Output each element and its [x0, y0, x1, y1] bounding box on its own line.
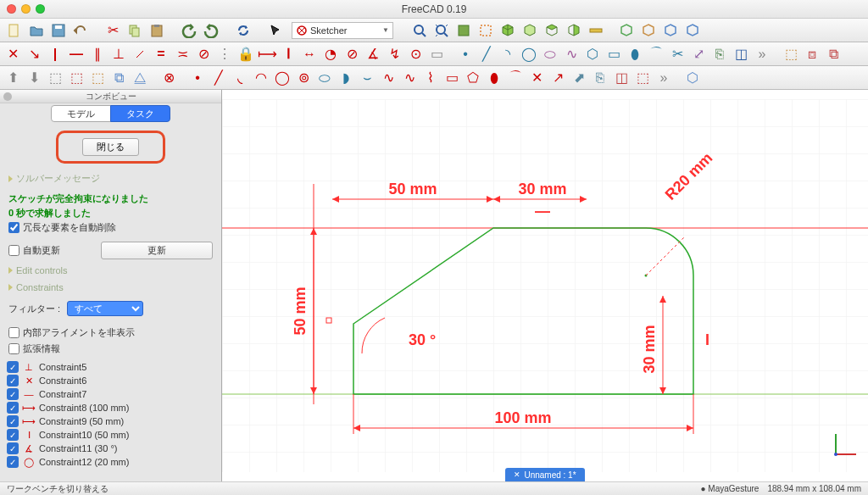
dim-top1[interactable]: 50 mm [388, 181, 437, 197]
constraint-row[interactable]: ✓—Constraint7 [5, 387, 216, 401]
geo-point-icon[interactable]: • [456, 45, 475, 64]
cr-toggle-icon[interactable]: ◫ [612, 69, 631, 87]
part-cyl-icon[interactable] [639, 21, 658, 40]
checkbox-icon[interactable]: ✓ [7, 402, 19, 414]
constraints-section[interactable]: Constraints [0, 279, 221, 296]
part-sphere-icon[interactable] [661, 21, 680, 40]
val-sketch-icon[interactable]: ⬚ [88, 69, 107, 87]
view-front-icon[interactable] [520, 21, 539, 40]
auto-update-check[interactable]: 自動更新 [8, 242, 60, 259]
cr-ellarc-icon[interactable]: ◗ [337, 69, 355, 87]
undo-icon[interactable] [71, 21, 90, 40]
angle-icon[interactable]: ∡ [364, 45, 382, 64]
internal-icon[interactable]: ⊙ [406, 45, 425, 64]
cr-fillet-icon[interactable]: ⌒ [506, 69, 525, 87]
dist-icon[interactable]: ↔ [300, 45, 319, 64]
sel-constr-icon[interactable]: ⧈ [803, 45, 821, 64]
constraint-row[interactable]: ✓✕Constraint6 [5, 374, 216, 387]
mirror-icon[interactable]: ⧋ [131, 69, 149, 87]
merge-icon[interactable]: ⧉ [109, 69, 128, 87]
draw-style-icon[interactable] [454, 21, 473, 40]
doc-close-icon[interactable]: ✕ [514, 470, 520, 479]
copy-icon[interactable] [125, 21, 144, 40]
lock-icon[interactable]: 🔒 [236, 45, 255, 64]
tab-model[interactable]: モデル [51, 105, 111, 122]
cut-icon[interactable]: ✂ [103, 21, 122, 40]
parallel-icon[interactable]: ∥ [88, 45, 107, 64]
diam-icon[interactable]: ⊘ [342, 45, 361, 64]
geo-rect-icon[interactable]: ▭ [604, 45, 623, 64]
close-button[interactable]: 閉じる [82, 138, 139, 156]
cursor-icon[interactable] [266, 21, 285, 40]
stop-icon[interactable]: ⊗ [159, 69, 178, 87]
cr-ellipse-icon[interactable]: ⬭ [315, 69, 334, 87]
update-button[interactable]: 更新 [101, 242, 213, 259]
cr-hyp-icon[interactable]: ⌣ [358, 69, 376, 87]
cr-rect-icon[interactable]: ▭ [442, 69, 461, 87]
distx-icon[interactable]: ⟼ [258, 45, 276, 64]
dim-left[interactable]: 50 mm [292, 286, 309, 335]
checkbox-icon[interactable]: ✓ [7, 375, 19, 387]
virtual-space-icon[interactable]: ⬚ [782, 45, 800, 64]
block-icon[interactable]: ⊘ [194, 45, 213, 64]
cr-poly-icon[interactable]: ⬠ [464, 69, 482, 87]
perpendicular-icon[interactable]: ⊥ [109, 45, 128, 64]
horizontal-icon[interactable]: — [67, 45, 86, 64]
ext-info-check[interactable]: 拡張情報 [8, 341, 213, 357]
view-top-icon[interactable] [542, 21, 561, 40]
geo-fillet-icon[interactable]: ⌒ [647, 45, 665, 64]
dim-right[interactable]: 30 mm [641, 325, 658, 373]
geo-circle-icon[interactable]: ◯ [520, 45, 538, 64]
toggle-ref-icon[interactable]: ▭ [427, 45, 446, 64]
geo-line-icon[interactable]: ╱ [477, 45, 496, 64]
cr-circle-icon[interactable]: ◯ [273, 69, 292, 87]
constraint-row[interactable]: ✓∡Constraint11 (30 °) [5, 442, 216, 455]
new-file-icon[interactable] [5, 21, 24, 40]
cr-polyln-icon[interactable]: ⌇ [421, 69, 440, 87]
refresh-icon[interactable] [234, 21, 253, 40]
snell-icon[interactable]: ↯ [385, 45, 403, 64]
geo-poly-icon[interactable]: ⬡ [583, 45, 602, 64]
dim-angle[interactable]: 30 ° [409, 331, 436, 348]
leave-sketch-icon[interactable]: ⬆ [3, 69, 22, 87]
coincident-icon[interactable]: ✕ [3, 45, 22, 64]
cr-constr-icon[interactable]: ⬚ [633, 69, 652, 87]
constraint-row[interactable]: ✓ⅠConstraint10 (50 mm) [5, 428, 216, 442]
cr-trim-icon[interactable]: ✕ [527, 69, 546, 87]
workbench-selector[interactable]: Sketcher ▼ [292, 22, 393, 39]
cr-bspline-icon[interactable]: ∿ [379, 69, 398, 87]
more2-icon[interactable]: » [654, 69, 673, 87]
bsp-deg-icon[interactable]: ⬡ [683, 69, 702, 87]
panel-close-icon[interactable] [3, 92, 12, 101]
measure-icon[interactable] [587, 21, 605, 40]
filter-select[interactable]: すべて [67, 301, 143, 316]
more-icon[interactable]: » [753, 45, 771, 64]
open-file-icon[interactable] [27, 21, 46, 40]
view-iso-icon[interactable] [498, 21, 517, 40]
constraint-row[interactable]: ✓◯Constraint12 (20 mm) [5, 455, 216, 469]
solver-section[interactable]: ソルバーメッセージ [0, 169, 221, 188]
dim-top2[interactable]: 30 mm [518, 181, 566, 197]
undo-arrow-icon[interactable] [180, 21, 198, 40]
point-on-icon[interactable]: ↘ [25, 45, 43, 64]
geo-arc-icon[interactable]: ◝ [498, 45, 517, 64]
reor-sketch-icon[interactable]: ⬚ [67, 69, 86, 87]
geo-bspline-icon[interactable]: ∿ [562, 45, 581, 64]
checkbox-icon[interactable]: ✓ [7, 415, 19, 427]
edit-controls-section[interactable]: Edit controls [0, 262, 221, 279]
cr-external-icon[interactable]: ⬈ [570, 69, 588, 87]
checkbox-icon[interactable]: ✓ [7, 442, 19, 454]
constraint-row[interactable]: ✓⟼Constraint8 (100 mm) [5, 401, 216, 414]
radius-icon[interactable]: ◔ [321, 45, 340, 64]
view-right-icon[interactable] [565, 21, 583, 40]
geo-constr-icon[interactable]: ◫ [732, 45, 750, 64]
cr-arc3-icon[interactable]: ◠ [252, 69, 270, 87]
checkbox-icon[interactable]: ✓ [7, 388, 19, 400]
document-tab[interactable]: ✕ Unnamed : 1* [505, 468, 584, 481]
geo-ext-icon[interactable]: ⤢ [689, 45, 708, 64]
constraint-row[interactable]: ✓⟼Constraint9 (50 mm) [5, 414, 216, 428]
checkbox-icon[interactable]: ✓ [7, 456, 19, 468]
tab-task[interactable]: タスク [110, 105, 170, 122]
save-file-icon[interactable] [49, 21, 68, 40]
constraint-row[interactable]: ✓⊥Constraint5 [5, 360, 216, 374]
